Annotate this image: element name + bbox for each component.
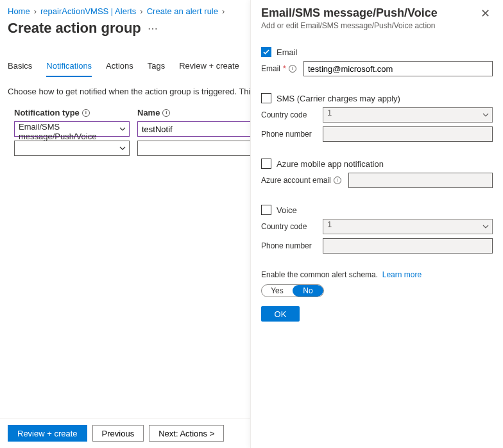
voice-phone-field[interactable] [323, 238, 493, 254]
next-button[interactable]: Next: Actions > [149, 425, 224, 442]
sms-phone-label: Phone number [261, 130, 319, 139]
breadcrumb-resource[interactable]: repairActionVMSS | Alerts [40, 6, 136, 16]
schema-toggle[interactable]: Yes No [261, 284, 324, 297]
sms-phone-field[interactable] [323, 126, 493, 142]
push-email-field[interactable] [348, 173, 493, 188]
close-icon[interactable]: ✕ [478, 6, 493, 21]
notification-type-select[interactable]: Email/SMS message/Push/Voice [14, 121, 130, 137]
info-icon[interactable]: i [334, 177, 341, 184]
voice-country-label: Country code [261, 222, 319, 231]
chevron-right-icon: › [140, 6, 142, 16]
tab-tags[interactable]: Tags [148, 57, 165, 77]
voice-country-select[interactable]: 1 [323, 219, 493, 234]
review-create-button[interactable]: Review + create [8, 425, 87, 442]
breadcrumb-create-rule[interactable]: Create an alert rule [147, 6, 218, 16]
push-checkbox[interactable] [261, 159, 271, 169]
panel-subtitle: Add or edit Email/SMS message/Push/Voice… [261, 21, 438, 30]
column-header-type: Notification type i [14, 108, 130, 117]
notification-name-input[interactable] [137, 121, 253, 137]
panel-title: Email/SMS message/Push/Voice [261, 6, 438, 20]
voice-checkbox[interactable] [261, 205, 271, 215]
email-checkbox-label: Email [277, 47, 298, 57]
info-icon[interactable]: i [289, 65, 296, 73]
edit-notification-panel: Email/SMS message/Push/Voice Add or edit… [250, 0, 503, 448]
sms-country-select[interactable]: 1 [323, 107, 493, 123]
sms-checkbox[interactable] [261, 93, 271, 103]
more-actions-button[interactable]: ⋯ [148, 22, 158, 35]
chevron-right-icon: › [34, 6, 37, 16]
voice-phone-label: Phone number [261, 241, 319, 250]
tab-actions[interactable]: Actions [106, 57, 133, 77]
schema-toggle-no[interactable]: No [293, 285, 323, 297]
email-field[interactable] [303, 61, 493, 76]
tab-review[interactable]: Review + create [179, 57, 239, 77]
notification-name-input[interactable] [137, 141, 253, 156]
email-field-label: Email* i [261, 64, 300, 73]
push-email-label: Azure account email i [261, 176, 345, 185]
breadcrumb-home[interactable]: Home [8, 6, 30, 16]
tab-basics[interactable]: Basics [8, 57, 32, 77]
email-checkbox[interactable] [261, 47, 271, 57]
tab-notifications[interactable]: Notifications [46, 57, 92, 77]
info-icon[interactable]: i [162, 109, 170, 117]
ok-button[interactable]: OK [261, 306, 300, 322]
sms-country-label: Country code [261, 110, 319, 119]
sms-checkbox-label: SMS (Carrier charges may apply) [277, 94, 400, 103]
push-checkbox-label: Azure mobile app notification [277, 159, 384, 169]
info-icon[interactable]: i [82, 109, 90, 117]
previous-button[interactable]: Previous [92, 425, 144, 442]
schema-text: Enable the common alert schema. [261, 270, 378, 279]
column-header-name: Name i [137, 108, 253, 117]
voice-checkbox-label: Voice [277, 205, 297, 215]
notification-type-select[interactable] [14, 141, 130, 156]
chevron-right-icon: › [222, 6, 225, 16]
page-title: Create action group [8, 20, 141, 37]
learn-more-link[interactable]: Learn more [382, 270, 422, 279]
schema-toggle-yes[interactable]: Yes [262, 285, 293, 297]
